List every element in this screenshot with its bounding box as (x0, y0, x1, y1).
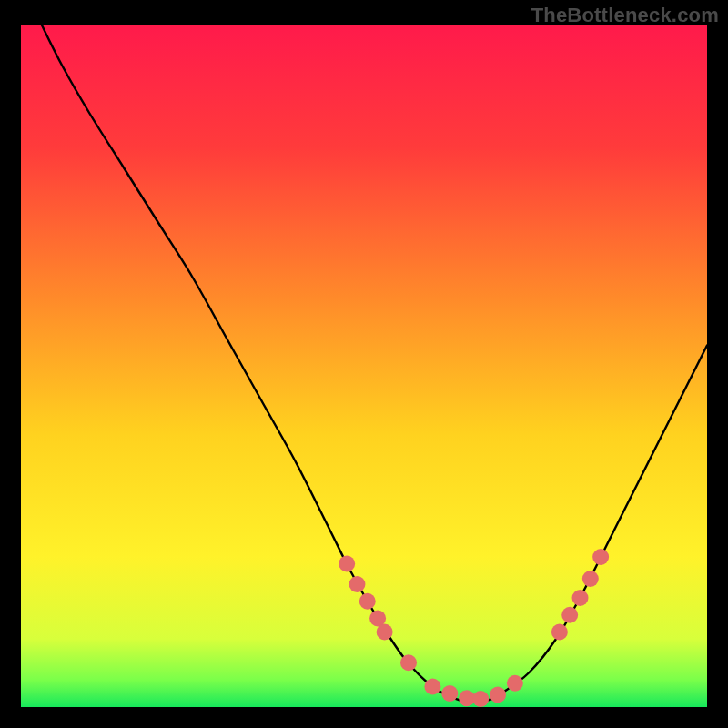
marker-point (359, 593, 376, 610)
chart-stage: TheBottleneck.com (0, 0, 728, 728)
marker-point (441, 685, 458, 702)
marker-point (561, 607, 578, 623)
marker-point (592, 549, 609, 565)
marker-point (424, 679, 440, 695)
marker-point (377, 624, 393, 641)
marker-point (400, 654, 417, 671)
marker-point (339, 556, 355, 572)
watermark-text: TheBottleneck.com (531, 4, 719, 27)
marker-point (472, 691, 489, 707)
marker-point (572, 590, 589, 606)
marker-point (507, 675, 523, 692)
marker-point (582, 571, 599, 587)
bottleneck-chart (0, 0, 728, 728)
marker-point (349, 576, 365, 592)
marker-point (551, 624, 568, 641)
marker-point (490, 687, 506, 703)
